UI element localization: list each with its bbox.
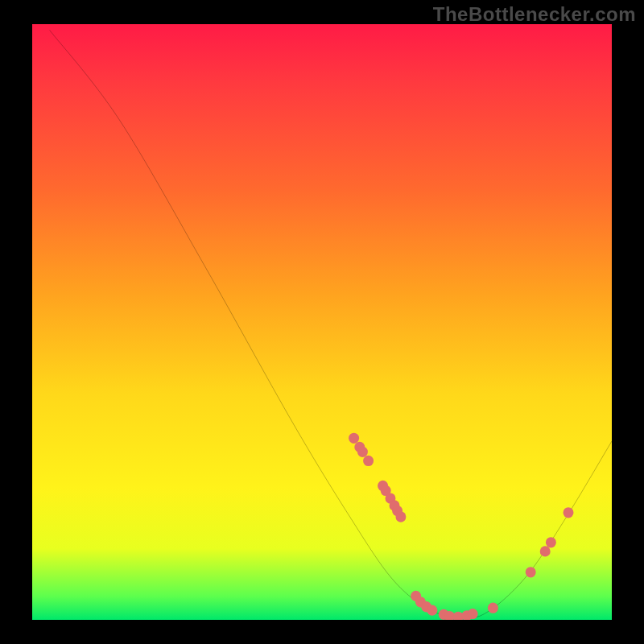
curve-marker (468, 609, 478, 619)
curve-marker (564, 507, 574, 518)
chart-frame: TheBottlenecker.com (0, 0, 644, 644)
curve-marker (427, 605, 437, 616)
curve-svg (32, 24, 612, 620)
curve-marker (395, 511, 406, 522)
curve-markers (349, 433, 573, 620)
curve-marker (488, 603, 498, 613)
curve-marker (357, 447, 368, 457)
plot-area (32, 24, 612, 620)
watermark-text: TheBottlenecker.com (433, 3, 636, 26)
curve-marker (546, 537, 556, 547)
bottleneck-curve (50, 30, 612, 618)
curve-marker (540, 546, 551, 556)
curve-marker (526, 567, 536, 577)
curve-marker (349, 433, 359, 444)
curve-marker (363, 456, 374, 466)
